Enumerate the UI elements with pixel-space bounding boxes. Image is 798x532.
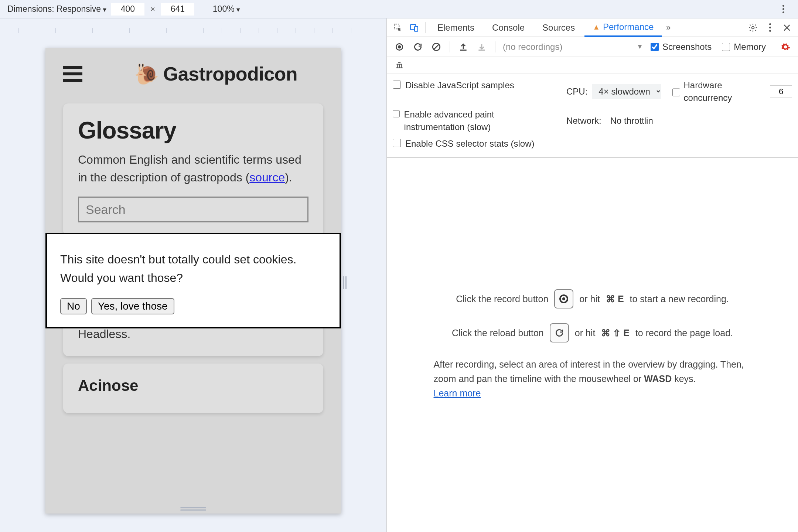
shortcut-reload: ⌘ ⇧ E xyxy=(601,326,630,340)
network-throttle-value[interactable]: No throttlin xyxy=(610,116,653,126)
entry-term: Acinose xyxy=(78,377,308,395)
perf-instructions: After recording, select an area of inter… xyxy=(434,357,751,400)
clear-icon[interactable] xyxy=(429,40,444,54)
recordings-label: (no recordings) xyxy=(501,42,633,52)
tab-performance[interactable]: ▲ Performance xyxy=(584,18,662,37)
tab-elements[interactable]: Elements xyxy=(429,18,482,37)
device-toggle-icon[interactable] xyxy=(407,20,422,35)
learn-more-link[interactable]: Learn more xyxy=(434,388,481,398)
devtools-menu-icon[interactable] xyxy=(763,20,777,35)
cookie-dialog: This site doesn't but totally could set … xyxy=(45,233,341,328)
glossary-intro: Common English and scientific terms used… xyxy=(78,151,308,186)
dimensions-dropdown[interactable]: Dimensions: Responsive▼ xyxy=(7,4,108,14)
perf-toolbar: (no recordings) ▼ Screenshots Memory xyxy=(387,37,798,57)
device-preview-pane: 🐌 Gastropodicon Glossary Common English … xyxy=(0,18,386,532)
perf-settings-icon[interactable] xyxy=(778,40,793,54)
ruler xyxy=(0,18,386,33)
collect-garbage-icon[interactable] xyxy=(392,58,407,73)
zoom-dropdown[interactable]: 100%▼ xyxy=(213,4,241,14)
cpu-label: CPU: xyxy=(566,86,587,97)
svg-point-3 xyxy=(752,26,754,29)
perf-empty-state: Click the record button or hit ⌘ E to st… xyxy=(387,158,798,532)
brand: 🐌 Gastropodicon xyxy=(134,63,297,85)
more-tabs-icon[interactable]: » xyxy=(663,23,673,33)
app-header: 🐌 Gastropodicon xyxy=(45,48,341,96)
svg-rect-2 xyxy=(415,26,418,31)
glossary-card: Glossary Common English and scientific t… xyxy=(63,103,323,236)
css-stats-checkbox[interactable]: Enable CSS selector stats (slow) xyxy=(393,137,555,150)
snail-icon: 🐌 xyxy=(134,64,159,84)
glossary-search-input[interactable] xyxy=(78,197,308,222)
shortcut-record: ⌘ E xyxy=(606,292,624,306)
warning-icon: ▲ xyxy=(593,23,600,31)
reload-button-hint xyxy=(550,323,569,342)
brand-name: Gastropodicon xyxy=(163,63,297,85)
paint-instrumentation-checkbox[interactable]: Enable advanced paint instrumentation (s… xyxy=(393,108,555,133)
memory-checkbox[interactable]: Memory xyxy=(722,42,766,52)
settings-icon[interactable] xyxy=(746,20,760,35)
disable-js-checkbox[interactable]: Disable JavaScript samples xyxy=(393,79,555,104)
cookie-yes-button[interactable]: Yes, love those xyxy=(91,298,174,314)
cookie-text: This site doesn't but totally could set … xyxy=(60,250,326,287)
network-label: Network: xyxy=(566,116,601,126)
record-icon[interactable] xyxy=(392,40,407,54)
cpu-throttle-select[interactable]: 4× slowdown xyxy=(592,84,661,99)
inspect-icon[interactable] xyxy=(391,20,405,35)
devtools-tab-bar: Elements Console Sources ▲ Performance » xyxy=(387,18,798,37)
recordings-dropdown-icon[interactable]: ▼ xyxy=(637,43,647,51)
perf-toolbar-row2 xyxy=(387,57,798,74)
dimensions-separator: × xyxy=(148,4,157,14)
glossary-title: Glossary xyxy=(78,117,308,144)
screenshots-checkbox[interactable]: Screenshots xyxy=(651,42,712,52)
resize-handle-bottom[interactable] xyxy=(180,506,206,511)
cookie-no-button[interactable]: No xyxy=(60,298,87,314)
viewport-width-input[interactable] xyxy=(111,3,144,16)
entry-card: Acinose xyxy=(63,364,323,413)
svg-point-5 xyxy=(398,45,401,48)
viewport-height-input[interactable] xyxy=(161,3,194,16)
hardware-concurrency-checkbox[interactable]: Hardware concurrency xyxy=(672,79,765,104)
source-link[interactable]: source xyxy=(249,171,285,184)
record-button-hint xyxy=(554,289,573,308)
resize-handle-right[interactable] xyxy=(342,274,347,291)
reload-icon[interactable] xyxy=(410,40,425,54)
close-devtools-icon[interactable] xyxy=(780,20,794,35)
tab-sources[interactable]: Sources xyxy=(534,18,583,37)
device-toolbar: Dimensions: Responsive▼ × 100%▼ xyxy=(0,0,798,18)
devtools-panel: Elements Console Sources ▲ Performance » xyxy=(386,18,798,532)
upload-icon[interactable] xyxy=(456,40,471,54)
device-toolbar-menu[interactable] xyxy=(776,2,791,17)
perf-settings-panel: Disable JavaScript samples CPU: 4× slowd… xyxy=(387,74,798,158)
hamburger-icon[interactable] xyxy=(63,66,82,82)
emulated-viewport[interactable]: 🐌 Gastropodicon Glossary Common English … xyxy=(45,48,341,514)
tab-console[interactable]: Console xyxy=(484,18,533,37)
download-icon xyxy=(474,40,489,54)
hardware-concurrency-input[interactable] xyxy=(770,85,792,98)
